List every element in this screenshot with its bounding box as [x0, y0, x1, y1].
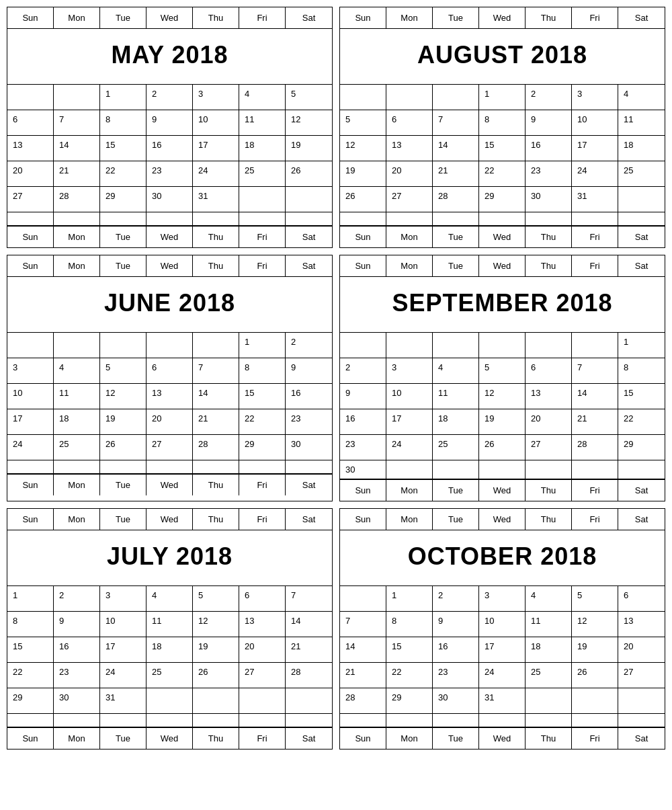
- calendar-day-cell: [526, 212, 572, 226]
- calendar-day-cell: [54, 333, 100, 358]
- footer-day-header: Thu: [193, 227, 239, 247]
- calendar-day-cell: 10: [100, 612, 146, 637]
- calendar-day-cell: 12: [286, 110, 332, 136]
- calendar-day-cell: 16: [433, 637, 479, 663]
- calendar-day-cell: [286, 688, 332, 714]
- calendar-grid: 1234567891011121314151617181920212223242…: [7, 85, 332, 226]
- calendar-day-cell: 27: [7, 187, 54, 212]
- day-header: Tue: [433, 509, 479, 530]
- calendar-day-cell: [340, 85, 386, 110]
- day-header: Tue: [100, 509, 146, 530]
- footer-day-header: Tue: [100, 475, 146, 495]
- month-title: SEPTEMBER 2018: [340, 277, 665, 333]
- calendar-day-cell: 24: [479, 663, 526, 688]
- calendar-day-cell: 17: [386, 409, 433, 435]
- calendar-day-cell: 12: [193, 612, 239, 637]
- calendar-day-cell: 1: [239, 333, 286, 358]
- calendar-day-cell: [239, 714, 286, 727]
- footer-day-header: Wed: [146, 227, 193, 247]
- calendar-day-cell: 22: [618, 409, 665, 435]
- calendar-day-cell: 3: [479, 586, 526, 612]
- calendar-day-cell: 22: [239, 409, 286, 435]
- calendar-day-cell: [193, 333, 239, 358]
- calendar-day-cell: 25: [526, 663, 572, 688]
- calendar-day-cell: 4: [433, 358, 479, 384]
- calendar-grid: 1234567891011121314151617181920212223242…: [7, 333, 332, 474]
- calendar-day-cell: 7: [340, 612, 386, 637]
- calendar-day-cell: 22: [386, 663, 433, 688]
- calendar-day-cell: 9: [146, 110, 193, 136]
- day-header: Mon: [386, 7, 433, 28]
- calendar-day-cell: [100, 212, 146, 226]
- calendar-day-cell: [239, 460, 286, 474]
- calendar-day-cell: 17: [100, 637, 146, 663]
- day-header: Tue: [100, 7, 146, 28]
- calendar-day-cell: [526, 714, 572, 727]
- calendar-day-cell: [618, 460, 665, 479]
- calendar-day-cell: 5: [572, 586, 618, 612]
- day-header: Mon: [54, 255, 100, 276]
- calendar-day-cell: [54, 85, 100, 110]
- calendar-day-cell: 25: [54, 435, 100, 460]
- day-header: Fri: [572, 255, 618, 276]
- day-header: Sun: [7, 7, 54, 28]
- footer-day-header: Sat: [618, 227, 665, 247]
- calendar-day-cell: 11: [146, 612, 193, 637]
- calendar-day-cell: [239, 212, 286, 226]
- footer-day-header: Sun: [7, 227, 54, 247]
- footer-day-header: Thu: [526, 728, 572, 749]
- day-header: Thu: [193, 255, 239, 276]
- calendar-day-cell: 8: [386, 612, 433, 637]
- calendar-day-cell: 3: [572, 85, 618, 110]
- footer-day-header: Mon: [386, 227, 433, 247]
- calendar-day-cell: 29: [7, 688, 54, 714]
- calendar-day-cell: 13: [7, 136, 54, 161]
- calendar-day-cell: [239, 688, 286, 714]
- calendar-day-cell: 14: [433, 136, 479, 161]
- footer-day-header: Wed: [146, 475, 193, 495]
- calendar-day-cell: 26: [100, 435, 146, 460]
- footer-day-header: Fri: [239, 728, 286, 749]
- calendar-day-cell: 19: [340, 161, 386, 187]
- calendar-day-cell: 18: [239, 136, 286, 161]
- footer-day-header: Sat: [286, 728, 332, 749]
- calendar-day-cell: 3: [100, 586, 146, 612]
- calendar-day-cell: 26: [340, 187, 386, 212]
- calendar-day-cell: 18: [54, 409, 100, 435]
- calendar-day-cell: 2: [54, 586, 100, 612]
- footer-day-header: Thu: [193, 728, 239, 749]
- footer-day-header: Sat: [618, 480, 665, 501]
- calendar-day-cell: [572, 714, 618, 727]
- calendar-day-cell: 27: [526, 435, 572, 460]
- day-header: Wed: [479, 509, 526, 530]
- calendar-block-5: SunMonTueWedThuFriSatOCTOBER 20181234567…: [339, 508, 665, 750]
- calendar-day-cell: 16: [54, 637, 100, 663]
- calendar-day-cell: 3: [386, 358, 433, 384]
- calendar-day-cell: 14: [193, 384, 239, 409]
- calendar-day-cell: 24: [100, 663, 146, 688]
- footer-day-header: Fri: [572, 728, 618, 749]
- calendar-day-cell: 23: [433, 663, 479, 688]
- calendar-day-cell: 1: [618, 333, 665, 358]
- day-header: Thu: [526, 255, 572, 276]
- calendar-day-cell: 10: [572, 110, 618, 136]
- footer-day-header: Tue: [433, 728, 479, 749]
- calendar-day-cell: 11: [618, 110, 665, 136]
- calendar-day-cell: 15: [479, 136, 526, 161]
- calendar-day-cell: [572, 212, 618, 226]
- calendar-day-cell: 20: [386, 161, 433, 187]
- calendar-day-cell: 31: [572, 187, 618, 212]
- calendar-day-cell: 25: [239, 161, 286, 187]
- day-header: Thu: [193, 509, 239, 530]
- calendar-day-cell: 7: [193, 358, 239, 384]
- calendar-day-cell: [386, 333, 433, 358]
- calendar-day-cell: 4: [526, 586, 572, 612]
- calendar-day-cell: [433, 333, 479, 358]
- calendar-day-cell: 25: [146, 663, 193, 688]
- calendar-day-cell: 18: [526, 637, 572, 663]
- day-header: Fri: [239, 7, 286, 28]
- calendar-day-cell: 28: [433, 187, 479, 212]
- day-header: Mon: [54, 7, 100, 28]
- day-header: Sat: [286, 255, 332, 276]
- footer-day-header: Sat: [286, 227, 332, 247]
